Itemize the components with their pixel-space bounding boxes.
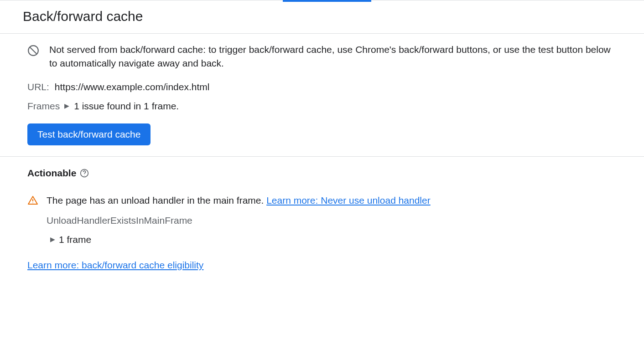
frames-summary: 1 issue found in 1 frame.: [74, 101, 179, 112]
issue-frames-row[interactable]: ▶ 1 frame: [50, 234, 431, 245]
url-label: URL:: [27, 82, 49, 92]
svg-line-1: [30, 47, 36, 54]
page-title: Back/forward cache: [23, 9, 621, 24]
issue-code: UnloadHandlerExistsInMainFrame: [47, 215, 431, 226]
issue-frame-count: 1 frame: [59, 234, 91, 245]
svg-point-3: [84, 175, 85, 175]
issue-message: The page has an unload handler in the ma…: [47, 195, 266, 205]
status-section: Not served from back/forward cache: to t…: [0, 34, 644, 157]
url-row: URL: https://www.example.com/index.html: [27, 82, 617, 92]
not-allowed-icon: [27, 45, 39, 59]
actionable-section: Actionable The page has an unload: [0, 157, 644, 284]
frames-row[interactable]: Frames ▶ 1 issue found in 1 frame.: [27, 101, 617, 112]
chevron-right-icon: ▶: [64, 102, 69, 109]
panel-header: Back/forward cache: [0, 0, 644, 34]
issue-learn-more-link[interactable]: Learn more: Never use unload handler: [266, 195, 431, 205]
warning-icon: [27, 195, 38, 208]
active-tab-indicator: [283, 0, 371, 2]
url-value: https://www.example.com/index.html: [55, 82, 210, 92]
status-notice: Not served from back/forward cache: to t…: [27, 43, 617, 71]
bfcache-eligibility-link-row: Learn more: back/forward cache eligibili…: [27, 260, 617, 271]
frames-label: Frames: [27, 101, 60, 112]
issue-body: The page has an unload handler in the ma…: [47, 195, 431, 245]
actionable-header: Actionable: [27, 168, 617, 179]
test-bfcache-button[interactable]: Test back/forward cache: [27, 123, 151, 145]
chevron-right-icon: ▶: [50, 236, 55, 243]
issue-item: The page has an unload handler in the ma…: [27, 195, 617, 245]
bfcache-eligibility-link[interactable]: Learn more: back/forward cache eligibili…: [27, 260, 203, 270]
bfcache-panel: Back/forward cache Not served from back/…: [0, 0, 644, 284]
help-icon[interactable]: [80, 169, 89, 178]
actionable-heading: Actionable: [27, 168, 76, 179]
status-message: Not served from back/forward cache: to t…: [49, 43, 617, 71]
svg-point-5: [32, 202, 33, 203]
